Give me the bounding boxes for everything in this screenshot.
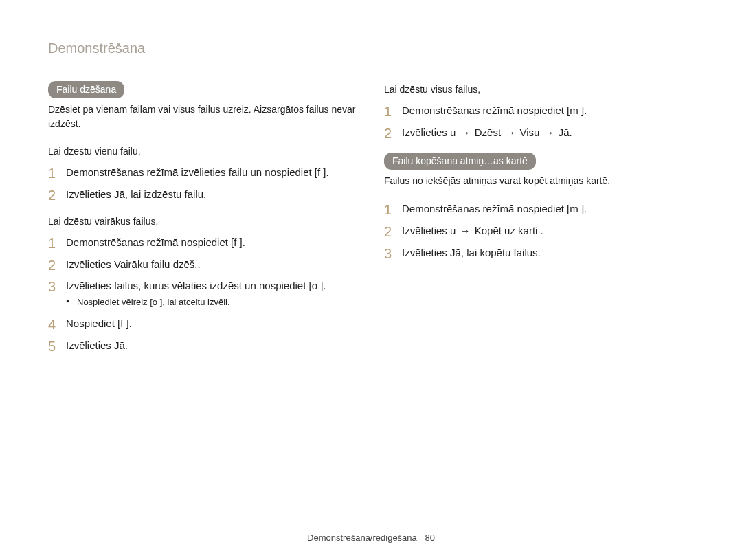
steps-copy: Demonstrēšanas režīmā nospiediet [m ]. I…	[384, 201, 694, 260]
right-column: Lai dzēstu visus failus, Demonstrēšanas …	[384, 81, 694, 366]
subhead-single-delete: Lai dzēstu vienu failu,	[48, 144, 358, 158]
page-title: Demonstrēšana	[48, 38, 694, 63]
step-item: Izvēlieties Jā.	[48, 338, 358, 353]
section-pill-copy: Failu kopēšana atmiņ…as kartē	[384, 153, 536, 170]
section-pill-delete: Failu dzēšana	[48, 81, 124, 98]
step-item: Nospiediet [f ].	[48, 316, 358, 331]
arrow-icon: →	[543, 126, 554, 138]
steps-multi-delete: Demonstrēšanas režīmā nospiediet [f ]. I…	[48, 235, 358, 353]
step-item: Izvēlieties Jā, lai izdzēstu failu.	[48, 187, 358, 202]
steps-delete-all: Demonstrēšanas režīmā nospiediet [m ]. I…	[384, 103, 694, 140]
arrow-icon: →	[460, 126, 471, 138]
step-text: Izvēlieties failus, kurus vēlaties izdzē…	[66, 280, 326, 291]
step-note-list: Nospiediet vēlreiz [o ], lai atceltu izv…	[66, 296, 358, 309]
section-desc: Dzēsiet pa vienam failam vai visus failu…	[48, 102, 358, 131]
step-text: Visu	[517, 126, 542, 138]
arrow-icon: →	[505, 126, 515, 138]
footer-text: Demonstrēšana/rediģēšana	[307, 533, 417, 543]
step-item: Izvēlieties Jā, lai kopētu failus.	[384, 245, 694, 260]
step-note: Nospiediet vēlreiz [o ], lai atceltu izv…	[66, 296, 358, 309]
step-item: Izvēlieties Vairāku failu dzēš..	[48, 257, 358, 272]
step-text: Izvēlieties u	[402, 225, 459, 236]
step-item: Izvēlieties u → Kopēt uz karti .	[384, 223, 694, 238]
subhead-multi-delete: Lai dzēstu vairākus failus,	[48, 214, 358, 228]
step-item: Izvēlieties u → Dzēst → Visu → Jā.	[384, 125, 694, 140]
left-column: Failu dzēšana Dzēsiet pa vienam failam v…	[48, 81, 358, 366]
step-text: Izvēlieties Jā, lai kopētu failus.	[402, 247, 541, 258]
step-item: Demonstrēšanas režīmā nospiediet [f ].	[48, 235, 358, 250]
step-text: Demonstrēšanas režīmā nospiediet [m ].	[402, 203, 587, 214]
step-item: Demonstrēšanas režīmā nospiediet [m ].	[384, 201, 694, 216]
content-columns: Failu dzēšana Dzēsiet pa vienam failam v…	[48, 81, 694, 366]
step-item: Izvēlieties failus, kurus vēlaties izdzē…	[48, 278, 358, 309]
step-text: Demonstrēšanas režīmā nospiediet [m ].	[402, 104, 587, 116]
subhead-delete-all: Lai dzēstu visus failus,	[384, 82, 694, 96]
step-item: Demonstrēšanas režīmā nospiediet [m ].	[384, 103, 694, 118]
step-text: Kopēt uz karti .	[472, 225, 543, 236]
step-text: Dzēst	[472, 126, 504, 138]
steps-single-delete: Demonstrēšanas režīmā izvēlieties failu …	[48, 165, 358, 202]
section-desc: Failus no iekšējās atmiņas varat kopēt a…	[384, 174, 694, 188]
page-number: 80	[425, 533, 434, 543]
step-text: Jā.	[555, 126, 572, 138]
page-footer: Demonstrēšana/rediģēšana 80	[0, 532, 742, 545]
arrow-icon: →	[460, 225, 471, 236]
step-text: Izvēlieties u	[402, 126, 459, 138]
step-item: Demonstrēšanas režīmā izvēlieties failu …	[48, 165, 358, 180]
